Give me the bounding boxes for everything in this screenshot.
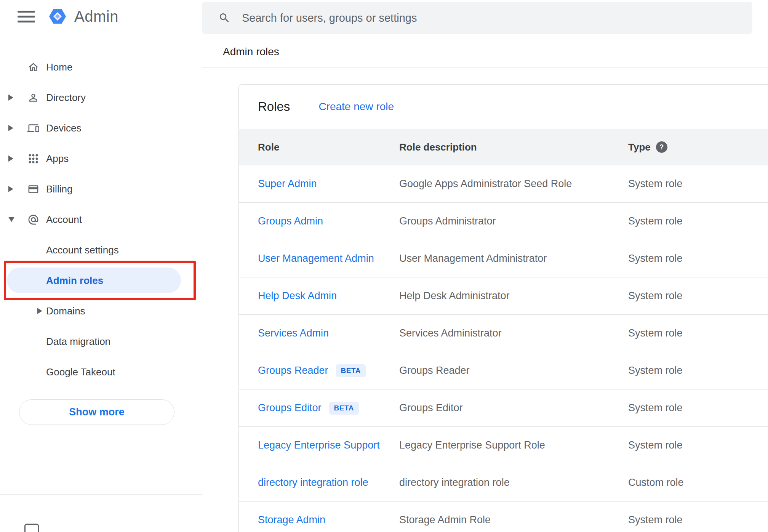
column-header-role: Role xyxy=(258,141,399,153)
role-cell: User Management Admin BETA xyxy=(258,253,399,264)
role-type: System role xyxy=(628,365,768,377)
role-description: Services Administrator xyxy=(399,327,628,339)
sidebar-item-apps[interactable]: Apps xyxy=(0,143,202,174)
roles-card-header: Roles Create new role xyxy=(239,85,768,129)
sidebar-item-label: Directory xyxy=(46,92,86,104)
create-new-role-link[interactable]: Create new role xyxy=(318,101,394,113)
role-type: System role xyxy=(628,215,768,227)
table-row: Legacy Enterprise Support BETA Legacy En… xyxy=(239,427,768,464)
role-link[interactable]: Groups Editor xyxy=(258,402,322,414)
sidebar-item-label: Admin roles xyxy=(46,275,103,287)
sidebar-nav: Home Directory Devices xyxy=(0,52,202,387)
sidebar-item-directory[interactable]: Directory xyxy=(0,82,202,113)
role-type: System role xyxy=(628,178,768,190)
search-icon[interactable] xyxy=(218,12,230,24)
sidebar-item-home[interactable]: Home xyxy=(0,52,202,82)
role-type: System role xyxy=(628,514,768,526)
person-icon xyxy=(27,92,39,104)
sidebar-item-data-migration[interactable]: Data migration xyxy=(0,326,202,357)
roles-card: Roles Create new role Role Role descript… xyxy=(238,84,768,532)
role-cell: Groups Editor BETA xyxy=(258,402,399,415)
role-link[interactable]: User Management Admin xyxy=(258,253,374,264)
sidebar-divider xyxy=(0,494,202,495)
role-link[interactable]: Super Admin xyxy=(258,178,317,190)
role-description: Groups Administrator xyxy=(399,215,628,227)
role-description: Groups Editor xyxy=(399,402,628,414)
sidebar-item-label: Account settings xyxy=(46,244,119,256)
table-row: User Management Admin BETA User Manageme… xyxy=(239,240,768,277)
card-title: Roles xyxy=(258,99,290,114)
role-link[interactable]: Groups Reader xyxy=(258,365,328,377)
sidebar-item-google-takeout[interactable]: Google Takeout xyxy=(0,357,202,387)
table-row: Groups Editor BETA Groups Editor System … xyxy=(239,389,768,427)
sidebar-item-label: Google Takeout xyxy=(46,366,115,378)
devices-icon xyxy=(27,122,39,134)
sidebar-item-billing[interactable]: Billing xyxy=(0,174,202,204)
role-link[interactable]: Storage Admin xyxy=(258,514,325,526)
sidebar-item-label: Domains xyxy=(46,305,85,317)
sidebar-item-admin-roles[interactable]: Admin roles xyxy=(0,265,202,296)
sidebar-item-label: Data migration xyxy=(46,336,110,348)
column-header-description: Role description xyxy=(399,141,628,153)
sidebar-item-account-settings[interactable]: Account settings xyxy=(0,235,202,265)
role-type: System role xyxy=(628,290,768,302)
role-cell: Legacy Enterprise Support BETA xyxy=(258,439,399,451)
clipped-sidebar-icon xyxy=(24,524,39,532)
table-row: directory integration role BETA director… xyxy=(239,464,768,502)
chevron-right-icon[interactable] xyxy=(8,95,13,101)
search-bar xyxy=(202,2,752,34)
chevron-right-icon[interactable] xyxy=(37,308,42,314)
sidebar-item-label: Billing xyxy=(46,183,72,195)
role-cell: Super Admin BETA xyxy=(258,178,399,190)
sidebar-header: Admin xyxy=(0,0,202,33)
role-type: System role xyxy=(628,402,768,414)
role-description: User Management Administrator xyxy=(399,253,628,264)
role-type: System role xyxy=(628,253,768,264)
role-description: Google Apps Administrator Seed Role xyxy=(399,178,628,190)
admin-logo-icon xyxy=(48,7,67,26)
chevron-right-icon[interactable] xyxy=(8,125,13,131)
sidebar-item-account[interactable]: Account xyxy=(0,204,202,235)
chevron-right-icon[interactable] xyxy=(8,186,13,192)
role-cell: Storage Admin BETA xyxy=(258,514,399,526)
role-description: Storage Admin Role xyxy=(399,514,628,526)
sidebar-item-label: Account xyxy=(46,214,82,226)
role-type: System role xyxy=(628,439,768,451)
menu-icon[interactable] xyxy=(18,11,35,22)
column-header-type-label: Type xyxy=(628,141,651,153)
help-icon[interactable]: ? xyxy=(656,141,667,153)
column-header-type: Type ? xyxy=(628,141,768,153)
at-sign-icon xyxy=(27,214,39,226)
sidebar-item-domains[interactable]: Domains xyxy=(0,296,202,326)
role-link[interactable]: Help Desk Admin xyxy=(258,290,337,302)
role-link[interactable]: Groups Admin xyxy=(258,215,323,227)
role-link[interactable]: Services Admin xyxy=(258,327,329,339)
role-description: Help Desk Administrator xyxy=(399,290,628,302)
header-divider xyxy=(202,67,768,67)
sidebar-item-label: Devices xyxy=(46,122,81,134)
table-row: Groups Reader BETA Groups Reader System … xyxy=(239,352,768,389)
sidebar-item-devices[interactable]: Devices xyxy=(0,113,202,143)
beta-badge: BETA xyxy=(336,364,366,377)
sidebar-item-label: Apps xyxy=(46,153,69,165)
show-more-button[interactable]: Show more xyxy=(19,399,174,425)
table-row: Groups Admin BETA Groups Administrator S… xyxy=(239,203,768,240)
search-input[interactable] xyxy=(242,2,752,34)
role-link[interactable]: directory integration role xyxy=(258,477,368,489)
apps-grid-icon xyxy=(27,153,39,165)
role-cell: Services Admin BETA xyxy=(258,327,399,339)
sidebar: Admin Home Directory Devices xyxy=(0,0,202,532)
chevron-down-icon[interactable] xyxy=(8,217,14,222)
table-row: Super Admin BETA Google Apps Administrat… xyxy=(239,165,768,203)
role-link[interactable]: Legacy Enterprise Support xyxy=(258,439,380,451)
chevron-right-icon[interactable] xyxy=(8,155,13,162)
page-title: Admin roles xyxy=(223,46,279,58)
table-header-row: Role Role description Type ? xyxy=(239,129,768,165)
role-cell: Help Desk Admin BETA xyxy=(258,290,399,302)
table-row: Storage Admin BETA Storage Admin Role Sy… xyxy=(239,502,768,532)
role-cell: directory integration role BETA xyxy=(258,477,399,489)
role-description: directory integration role xyxy=(399,477,628,489)
home-icon xyxy=(27,61,39,73)
table-row: Services Admin BETA Services Administrat… xyxy=(239,315,768,352)
main-content: Admin roles Roles Create new role Role R… xyxy=(202,0,768,532)
